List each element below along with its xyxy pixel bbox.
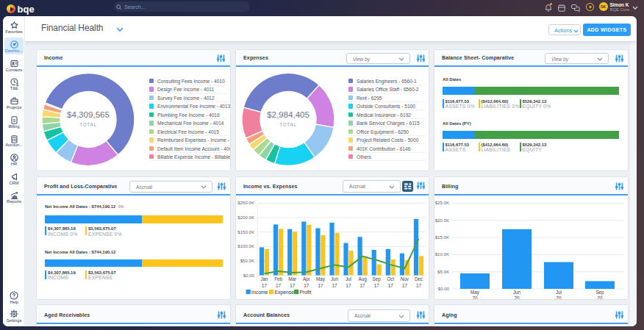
svg-text:Oct: Oct	[387, 276, 394, 281]
svg-text:$0.00: $0.00	[438, 286, 450, 291]
svg-text:20: 20	[597, 295, 603, 299]
svg-text:17: 17	[402, 283, 408, 288]
svg-text:Sep: Sep	[595, 290, 604, 295]
svg-text:Dec: Dec	[415, 276, 423, 281]
svg-text:Profit: Profit	[300, 290, 312, 295]
svg-text:17: 17	[262, 283, 268, 288]
svg-text:17: 17	[360, 283, 366, 288]
svg-text:$20.0K: $20.0K	[435, 218, 449, 223]
svg-text:$15.0K: $15.0K	[435, 234, 449, 240]
svg-text:Jun: Jun	[331, 276, 339, 281]
svg-text:17: 17	[332, 283, 337, 288]
svg-text:May: May	[316, 276, 326, 282]
svg-text:Jun: Jun	[513, 290, 521, 295]
svg-text:17: 17	[318, 283, 323, 288]
svg-text:$25.0K: $25.0K	[435, 200, 449, 205]
svg-text:Jan: Jan	[260, 276, 268, 281]
svg-text:17: 17	[346, 283, 351, 288]
svg-text:Mar: Mar	[288, 276, 296, 281]
svg-text:20: 20	[472, 295, 478, 299]
svg-text:$10.0K: $10.0K	[435, 251, 449, 257]
svg-text:Aug: Aug	[358, 276, 367, 282]
svg-text:$100.0K: $100.0K	[237, 243, 254, 248]
svg-text:Jul: Jul	[556, 290, 562, 295]
svg-text:17: 17	[276, 283, 282, 288]
svg-text:17: 17	[290, 283, 296, 288]
svg-text:$50.0K: $50.0K	[240, 258, 254, 263]
svg-text:Expense: Expense	[275, 290, 295, 295]
svg-text:$0.00: $0.00	[243, 273, 255, 278]
svg-text:$200.0K: $200.0K	[237, 215, 254, 220]
svg-text:Feb: Feb	[274, 276, 282, 281]
svg-text:Income: Income	[251, 290, 268, 295]
svg-text:17: 17	[388, 283, 394, 288]
svg-text:$: $	[12, 118, 15, 123]
svg-text:17: 17	[304, 283, 310, 288]
svg-text:$250.0K: $250.0K	[237, 200, 254, 205]
svg-text:Jul: Jul	[346, 276, 351, 281]
svg-text:$150.0K: $150.0K	[237, 229, 254, 234]
svg-text:20: 20	[556, 295, 562, 299]
svg-text:17: 17	[374, 283, 380, 288]
svg-text:$5.0K: $5.0K	[437, 269, 449, 274]
svg-text:20: 20	[514, 295, 520, 299]
svg-text:Nov: Nov	[401, 276, 409, 281]
svg-text:17: 17	[416, 283, 422, 288]
svg-text:Sep: Sep	[373, 276, 382, 282]
svg-text:Apr: Apr	[303, 276, 310, 282]
svg-text:May: May	[471, 290, 480, 295]
